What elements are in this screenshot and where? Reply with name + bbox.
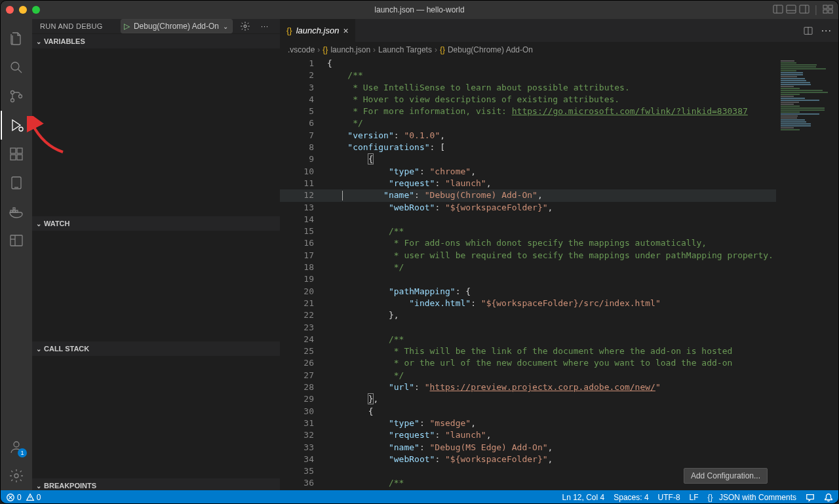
code-line[interactable]: "name": "Debug(MS Edge) Add-On",: [327, 442, 838, 454]
code-line[interactable]: * For add-ons which donot specify the ma…: [327, 237, 838, 249]
run-and-debug-icon[interactable]: [1, 111, 32, 140]
explorer-icon[interactable]: [1, 24, 32, 53]
docker-icon[interactable]: [1, 197, 32, 226]
code-line[interactable]: * user will be required to secify the ma…: [327, 250, 838, 262]
breadcrumb-folder[interactable]: .vscode: [288, 45, 315, 54]
status-feedback-icon[interactable]: [806, 493, 815, 502]
close-window-button[interactable]: [6, 6, 14, 14]
status-cursor-position[interactable]: Ln 12, Col 4: [562, 493, 605, 502]
tab-launch-json[interactable]: {} launch.json ×: [280, 19, 356, 42]
variables-section-header[interactable]: ⌄VARIABLES: [32, 34, 280, 48]
code-line[interactable]: {: [327, 153, 838, 165]
extensions-icon[interactable]: [1, 140, 32, 168]
breadcrumb-file[interactable]: launch.json: [330, 45, 370, 54]
panel-toggle-icon[interactable]: [1, 226, 32, 255]
code-line[interactable]: },: [327, 393, 838, 405]
status-eol[interactable]: LF: [690, 493, 699, 502]
more-tab-actions-icon[interactable]: ···: [821, 25, 832, 37]
code-line[interactable]: [327, 273, 838, 285]
code-line[interactable]: "request": "launch",: [327, 178, 838, 189]
code-line[interactable]: * Use IntelliSense to learn about possib…: [327, 82, 838, 94]
code-editor[interactable]: 1234567891011121314151617181920212223242…: [280, 58, 838, 490]
breakpoints-section-header[interactable]: ⌄BREAKPOINTS: [32, 478, 280, 493]
code-line[interactable]: * or the url of the new document where y…: [327, 357, 838, 369]
status-errors[interactable]: 0: [6, 493, 22, 502]
code-line[interactable]: "webRoot": "${workspaceFolder}",: [327, 454, 838, 465]
code-line[interactable]: "type": "msedge",: [327, 417, 838, 429]
line-number: 1: [280, 58, 327, 69]
code-line[interactable]: */: [327, 262, 838, 273]
status-warnings[interactable]: 0: [26, 493, 41, 502]
line-number: 11: [280, 178, 327, 189]
code-line[interactable]: /**: [327, 225, 838, 237]
code-line[interactable]: [327, 214, 838, 225]
svg-rect-6: [823, 5, 827, 9]
line-number: 3: [280, 82, 327, 94]
code-line[interactable]: "index.html": "${workspaceFolder}/src/in…: [327, 298, 838, 309]
add-configuration-button[interactable]: Add Configuration...: [684, 468, 768, 484]
svg-rect-4: [800, 5, 809, 13]
json-file-icon: {}: [322, 45, 328, 54]
customize-layout-icon[interactable]: [823, 4, 833, 14]
chevron-down-icon[interactable]: ⌄: [223, 23, 228, 30]
start-debug-icon[interactable]: ▷: [124, 22, 130, 31]
code-line[interactable]: * This will be the link of the document …: [327, 345, 838, 357]
code-line[interactable]: },: [327, 309, 838, 321]
minimap[interactable]: [776, 58, 838, 490]
code-line[interactable]: {: [327, 406, 838, 417]
breadcrumb-node[interactable]: Launch Targets: [378, 45, 432, 54]
status-indentation[interactable]: Spaces: 4: [614, 493, 648, 502]
chevron-down-icon: ⌄: [36, 345, 41, 353]
accounts-badge: 1: [18, 448, 27, 457]
code-line[interactable]: /**: [327, 334, 838, 345]
code-line[interactable]: /**: [327, 69, 838, 81]
code-line[interactable]: "version": "0.1.0",: [327, 130, 838, 142]
code-line[interactable]: "pathMapping": {: [327, 286, 838, 298]
line-number: 15: [280, 225, 327, 237]
callstack-section-header[interactable]: ⌄CALL STACK: [32, 341, 280, 356]
remote-explorer-icon[interactable]: [1, 168, 32, 197]
settings-gear-icon[interactable]: [1, 461, 32, 490]
code-line[interactable]: "name": "Debug(Chrome) Add-On",: [327, 189, 838, 201]
code-line[interactable]: "url": "https://preview.projectx.corp.ad…: [327, 381, 838, 393]
code-line[interactable]: */: [327, 117, 838, 129]
more-actions-icon[interactable]: ···: [258, 19, 272, 33]
maximize-window-button[interactable]: [32, 6, 40, 14]
breadcrumb[interactable]: .vscode › {} launch.json › Launch Target…: [280, 42, 838, 58]
svg-point-15: [19, 127, 23, 131]
svg-rect-17: [17, 148, 22, 153]
toggle-primary-sidebar-icon[interactable]: [773, 4, 783, 14]
code-line[interactable]: */: [327, 370, 838, 381]
split-editor-icon[interactable]: [803, 26, 813, 36]
svg-point-12: [11, 91, 14, 94]
svg-rect-16: [10, 148, 16, 153]
status-language[interactable]: {} JSON with Comments: [708, 493, 796, 502]
minimize-window-button[interactable]: [19, 6, 27, 14]
accounts-icon[interactable]: 1: [1, 433, 32, 461]
code-line[interactable]: "configurations": [: [327, 142, 838, 153]
code-line[interactable]: * For more information, visit: https://g…: [327, 106, 838, 117]
line-number: 28: [280, 381, 327, 393]
code-line[interactable]: "request": "launch",: [327, 429, 838, 441]
status-encoding[interactable]: UTF-8: [658, 493, 680, 502]
code-line[interactable]: {: [327, 58, 838, 69]
watch-section-header[interactable]: ⌄WATCH: [32, 216, 280, 231]
svg-point-14: [19, 95, 22, 98]
code-line[interactable]: * Hover to view descriptions of existing…: [327, 94, 838, 106]
code-line[interactable]: "type": "chrome",: [327, 166, 838, 178]
debug-config-dropdown[interactable]: ▷ Debug(Chrome) Add-On ⌄: [121, 19, 233, 33]
code-line[interactable]: [327, 322, 838, 334]
toggle-secondary-sidebar-icon[interactable]: [799, 4, 810, 14]
line-number: 34: [280, 454, 327, 465]
open-launch-json-icon[interactable]: [238, 19, 252, 33]
line-number: 4: [280, 94, 327, 106]
line-number: 22: [280, 309, 327, 321]
debug-sidebar: RUN AND DEBUG ▷ Debug(Chrome) Add-On ⌄ ·…: [32, 19, 280, 490]
search-icon[interactable]: [1, 53, 32, 82]
close-tab-icon[interactable]: ×: [343, 26, 348, 36]
code-line[interactable]: "webRoot": "${workspaceFolder}",: [327, 202, 838, 214]
source-control-icon[interactable]: [1, 82, 32, 111]
breadcrumb-node[interactable]: Debug(Chrome) Add-On: [448, 45, 533, 54]
toggle-panel-icon[interactable]: [786, 4, 796, 14]
status-notifications-icon[interactable]: [824, 493, 833, 502]
